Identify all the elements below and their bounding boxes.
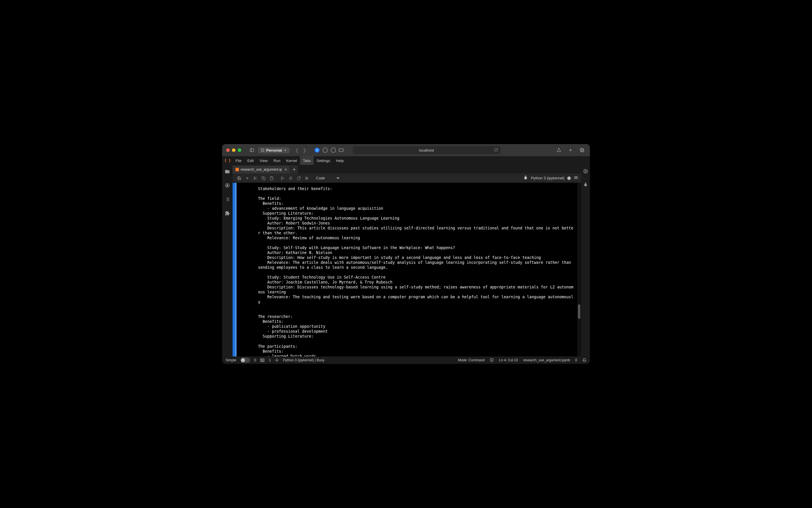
file-tab-row: research_use_argument.ipy × +	[233, 165, 581, 174]
property-inspector-icon[interactable]	[583, 169, 588, 175]
svg-point-18	[254, 176, 255, 178]
new-launcher-button[interactable]: +	[291, 166, 298, 174]
interrupt-icon[interactable]	[287, 174, 295, 182]
bell-icon[interactable]	[582, 358, 586, 362]
status-filename[interactable]: research_use_argument.ipynb	[523, 358, 570, 362]
running-icon[interactable]	[225, 183, 230, 189]
menu-kernel[interactable]: Kernel	[283, 156, 300, 165]
run-icon[interactable]	[279, 174, 286, 182]
extension-icon-4[interactable]	[339, 149, 343, 152]
fullscreen-window-button[interactable]	[238, 149, 241, 152]
svg-marker-25	[281, 176, 284, 180]
main-area: research_use_argument.ipy × + Code	[233, 165, 581, 356]
simple-mode-label: Simple	[226, 358, 236, 362]
tab-overview-icon[interactable]	[578, 146, 586, 154]
debugger-panel-icon[interactable]	[583, 182, 588, 188]
paste-icon[interactable]	[268, 174, 275, 182]
kernels-count[interactable]: 1	[269, 358, 271, 362]
file-tab[interactable]: research_use_argument.ipy ×	[233, 166, 290, 174]
workspace: research_use_argument.ipy × + Code	[222, 165, 590, 356]
simple-mode-toggle[interactable]	[240, 357, 250, 363]
address-bar[interactable]: localhost	[353, 146, 500, 154]
notebook-scrollbar[interactable]	[577, 183, 581, 356]
restart-run-all-icon[interactable]	[303, 174, 311, 182]
extension-icon-1[interactable]	[314, 147, 320, 153]
terminal-icon[interactable]: >_	[260, 358, 265, 362]
close-window-button[interactable]	[226, 149, 230, 152]
left-activity-bar	[222, 165, 233, 356]
menu-edit[interactable]: Edit	[244, 156, 257, 165]
close-tab-icon[interactable]: ×	[283, 167, 288, 172]
right-activity-bar	[581, 165, 590, 356]
minimize-window-button[interactable]	[232, 149, 235, 152]
reload-icon[interactable]	[494, 148, 498, 153]
nav-arrows: ❮ ❯	[294, 147, 308, 153]
menu-help[interactable]: Help	[333, 156, 347, 165]
cell-type-select[interactable]: Code	[314, 175, 340, 181]
svg-rect-23	[263, 178, 265, 180]
terminals-count[interactable]: 0	[254, 358, 256, 362]
titlebar: Personal ❮ ❯ localhost	[222, 144, 590, 156]
cursor-position[interactable]: Ln 4, Col 10	[499, 358, 518, 362]
cut-icon[interactable]	[252, 174, 259, 182]
profile-label: Personal	[266, 148, 282, 153]
sidebar-toggle-icon[interactable]	[248, 146, 256, 154]
notebook-area: Stakeholders and their benefits: The fie…	[233, 183, 581, 356]
trusted-icon[interactable]	[490, 358, 494, 362]
kernel-status-text[interactable]: Python 3 (ipykernel) | Busy	[283, 358, 324, 362]
file-tab-label: research_use_argument.ipy	[241, 168, 282, 172]
file-browser-icon[interactable]	[225, 169, 230, 175]
toc-icon[interactable]	[225, 197, 230, 203]
nav-forward-button[interactable]: ❯	[301, 147, 308, 153]
svg-rect-26	[290, 177, 292, 179]
save-icon[interactable]	[235, 174, 243, 182]
menubar: FileEditViewRunKernelTabsSettingsHelp	[222, 156, 590, 165]
new-tab-icon[interactable]	[567, 146, 574, 154]
cell-select-gutter	[233, 183, 235, 356]
cell-output-text: Stakeholders and their benefits: The fie…	[237, 183, 577, 356]
notebook-icon	[235, 168, 239, 171]
svg-rect-2	[262, 149, 264, 151]
svg-point-19	[254, 178, 255, 180]
svg-point-32	[585, 171, 586, 172]
copy-icon[interactable]	[260, 174, 267, 182]
svg-rect-24	[271, 176, 272, 177]
lsp-status-icon[interactable]	[275, 358, 279, 362]
menu-settings[interactable]: Settings	[314, 156, 333, 165]
share-icon[interactable]	[555, 146, 563, 154]
svg-rect-6	[581, 149, 584, 152]
notebook-toolbar: Code Python 3 (ipykernel)	[233, 174, 581, 183]
scroll-thumb[interactable]	[578, 304, 580, 319]
menu-run[interactable]: Run	[270, 156, 283, 165]
svg-marker-27	[306, 177, 307, 179]
more-icon[interactable]	[574, 175, 578, 181]
profile-selector[interactable]: Personal	[258, 147, 289, 153]
kernel-status-indicator[interactable]	[567, 176, 571, 180]
menu-view[interactable]: View	[257, 156, 270, 165]
notification-count[interactable]: 0	[575, 358, 577, 362]
menu-file[interactable]: File	[233, 156, 244, 165]
window-controls	[226, 149, 241, 152]
nav-back-button[interactable]: ❮	[294, 147, 301, 153]
svg-rect-7	[580, 149, 583, 151]
restart-icon[interactable]	[295, 174, 303, 182]
mode-text[interactable]: Mode: Command	[458, 358, 485, 362]
debugger-icon[interactable]	[523, 175, 528, 181]
kernel-name[interactable]: Python 3 (ipykernel)	[531, 176, 565, 180]
chevron-down-icon	[284, 149, 287, 152]
jupyter-logo[interactable]	[224, 157, 231, 164]
extension-icons	[314, 147, 343, 153]
menu-tabs[interactable]: Tabs	[300, 156, 314, 165]
address-text: localhost	[419, 148, 434, 153]
svg-line-22	[255, 177, 256, 178]
browser-window: Personal ❮ ❯ localhost FileEditViewRunK	[222, 144, 590, 364]
insert-cell-icon[interactable]	[243, 174, 251, 182]
statusbar: Simple 0 >_ 1 Python 3 (ipykernel) | Bus…	[222, 356, 590, 364]
output-cell[interactable]: Stakeholders and their benefits: The fie…	[233, 183, 577, 356]
svg-line-21	[256, 178, 257, 179]
extension-icon-3[interactable]	[331, 147, 336, 153]
svg-rect-0	[250, 149, 254, 152]
extension-icon-2[interactable]	[322, 147, 328, 153]
extensions-icon[interactable]	[225, 211, 230, 217]
svg-point-33	[276, 359, 277, 361]
